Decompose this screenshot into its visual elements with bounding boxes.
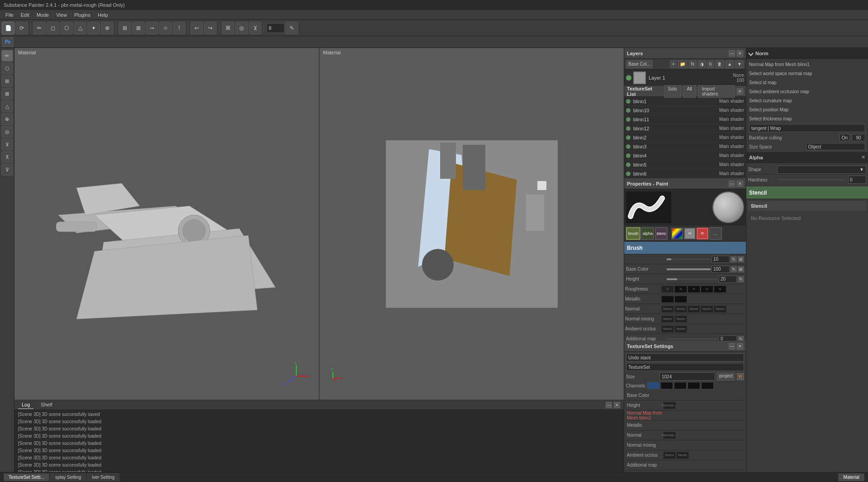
norm-row-5[interactable]: Select position Map xyxy=(746,105,868,114)
ch-btn-height[interactable]: H xyxy=(684,228,696,239)
tool-zoom[interactable]: ⊽ xyxy=(1,164,13,176)
ts-item-8[interactable]: blinn6 Main shader xyxy=(624,169,746,178)
ts-all-btn[interactable]: All xyxy=(683,85,696,98)
ch-btn-rough[interactable]: R xyxy=(697,228,708,239)
tool-select[interactable]: △ xyxy=(74,22,86,34)
brush-size-icon[interactable]: ✎ xyxy=(285,22,298,34)
layer-vis-0[interactable] xyxy=(626,75,631,81)
alpha-close-btn[interactable]: ✕ xyxy=(861,154,865,160)
status-tab-2[interactable]: iver Setting xyxy=(87,473,119,481)
tool-project[interactable]: ⊠ xyxy=(132,22,145,34)
ts-undo-value[interactable]: Undo stack xyxy=(626,353,744,362)
ts-item-1[interactable]: blinn10 Main shader xyxy=(624,106,746,115)
layers-down[interactable]: ▼ xyxy=(735,60,744,68)
log-minimize[interactable]: — xyxy=(606,402,612,408)
tool-open[interactable]: ⟳ xyxy=(15,22,28,34)
layers-duplicate[interactable]: ⎘ xyxy=(707,60,714,68)
menu-help[interactable]: Help xyxy=(94,11,112,19)
brush-sphere-preview[interactable] xyxy=(712,191,744,223)
layers-mask[interactable]: ◑ xyxy=(697,60,706,68)
status-tab-right[interactable]: Material xyxy=(838,473,864,481)
norm-toggle[interactable] xyxy=(748,51,753,56)
layers-effect[interactable]: fx xyxy=(688,60,697,68)
tool-clone-stamp[interactable]: ⊠ xyxy=(1,88,13,100)
ts-settings-close[interactable]: ✕ xyxy=(737,343,743,349)
norm-row-4[interactable]: Select curvature map xyxy=(746,96,868,105)
layers-add[interactable]: + xyxy=(670,60,677,68)
ts-item-6[interactable]: blinn4 Main shader xyxy=(624,151,746,160)
ts-item-4[interactable]: blinn2 Main shader xyxy=(624,133,746,142)
alpha-hardness-input[interactable] xyxy=(848,176,866,184)
prop-icon-additional[interactable]: ✎ xyxy=(738,336,744,341)
norm-row-2[interactable]: Select id map xyxy=(746,78,868,87)
tool-select2[interactable]: ◎ xyxy=(1,126,13,138)
ts-flag-r[interactable]: R xyxy=(737,373,744,380)
alpha-shape-dropdown[interactable]: ▼ xyxy=(777,166,866,174)
ts-textureset-value[interactable]: TextureSet xyxy=(626,363,744,371)
log-tab-shelf[interactable]: Shelf xyxy=(37,401,56,409)
layers-up[interactable]: ▲ xyxy=(725,60,734,68)
prop-slider-size[interactable] xyxy=(667,258,711,260)
tool-bake[interactable]: ⊹ xyxy=(159,22,172,34)
viewport-3d[interactable]: Material xyxy=(14,48,319,400)
viewport-2d[interactable]: Material xyxy=(319,48,624,400)
tool-picker[interactable]: ⊼ xyxy=(1,151,13,163)
prop-icon-base-color[interactable]: ✎ xyxy=(730,266,737,272)
alpha-hardness-slider[interactable] xyxy=(777,179,844,181)
norm-wrap-val-0[interactable]: tangent | Wrap xyxy=(749,124,865,132)
ts-item-5[interactable]: blinn3 Main shader xyxy=(624,142,746,151)
ts-solo-btn[interactable]: Solo xyxy=(664,85,681,98)
norm-backface-val[interactable]: On xyxy=(840,134,850,141)
log-close[interactable]: ✕ xyxy=(614,402,620,408)
tool-material[interactable]: ⊻ xyxy=(1,138,13,150)
prop-input-base-color[interactable] xyxy=(711,266,730,273)
norm-row-6[interactable]: Select thickness map xyxy=(746,114,868,123)
ts-import-shaders-btn[interactable]: Import shaders xyxy=(698,85,735,98)
tool-env[interactable]: ⌘ xyxy=(222,22,234,34)
tool-undo[interactable]: ↩ xyxy=(190,22,203,34)
prop-input-height[interactable] xyxy=(719,276,737,283)
menu-plugins[interactable]: Plugins xyxy=(71,11,94,19)
tool-export[interactable]: ⊺ xyxy=(173,22,185,34)
ch-btn-color[interactable] xyxy=(671,228,683,239)
ts-size-val[interactable]: 1024 xyxy=(659,372,715,381)
status-tab-0[interactable]: TextureSet Setti... xyxy=(4,473,49,481)
log-tab-log[interactable]: Log xyxy=(18,401,33,409)
tool-move[interactable]: ✦ xyxy=(87,22,100,34)
brush-stroke-preview[interactable] xyxy=(626,191,671,223)
prop-input-size[interactable] xyxy=(711,256,730,263)
tool-camera[interactable]: ◎ xyxy=(235,22,248,34)
norm-backface-num[interactable]: 90 xyxy=(852,134,865,141)
ts-settings-minimize[interactable]: — xyxy=(729,343,735,349)
prop-slider-base-color[interactable] xyxy=(667,268,711,270)
tool-poly-fill[interactable]: ⊕ xyxy=(1,113,13,125)
menu-edit[interactable]: Edit xyxy=(17,11,33,19)
prop-icon2-size[interactable]: ⊞ xyxy=(738,256,744,262)
ch-btn-more[interactable]: ... xyxy=(709,227,722,240)
menu-file[interactable]: File xyxy=(2,11,17,19)
tool-fill[interactable]: ⬡ xyxy=(60,22,73,34)
ch-btn-alpha[interactable]: alpha xyxy=(641,227,654,240)
norm-row-1[interactable]: Select world space normal map xyxy=(746,69,868,78)
norm-row-3[interactable]: Select ambient occlusion map xyxy=(746,87,868,96)
tool-3d[interactable]: ⊸ xyxy=(146,22,158,34)
properties-minimize[interactable]: — xyxy=(729,181,735,187)
tool-fill2[interactable]: △ xyxy=(1,100,13,112)
tool-redo[interactable]: ↪ xyxy=(204,22,217,34)
tool-render[interactable]: ⊻ xyxy=(249,22,261,34)
ch-btn-stencil[interactable]: stenc xyxy=(655,227,668,240)
layers-close[interactable]: ✕ xyxy=(737,50,743,57)
norm-row-0[interactable]: Normal Map from Mesh blinn1 xyxy=(746,60,868,69)
menu-mode[interactable]: Mode xyxy=(33,11,53,19)
ch-btn-brush[interactable]: brush xyxy=(626,227,640,240)
ps-icon[interactable]: Ps xyxy=(2,37,14,47)
ts-item-7[interactable]: blinn5 Main shader xyxy=(624,160,746,169)
layers-channel-select[interactable]: Base Col... xyxy=(626,60,653,68)
ts-item-2[interactable]: blinn11 Main shader xyxy=(624,115,746,124)
layers-delete[interactable]: 🗑 xyxy=(715,60,724,68)
ts-list-close[interactable]: ✕ xyxy=(737,88,743,95)
tool-clone[interactable]: ⊞ xyxy=(119,22,131,34)
prop-icon-size[interactable]: ✎ xyxy=(730,256,737,262)
tool-smudge[interactable]: ⊞ xyxy=(1,75,13,87)
tool-paint[interactable]: ✏ xyxy=(33,22,46,34)
